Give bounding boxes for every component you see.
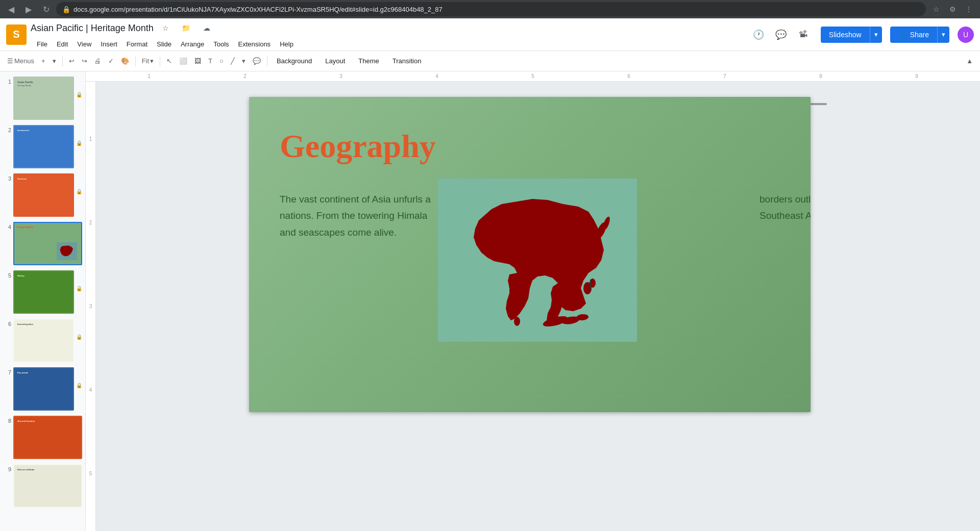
share-button[interactable]: 👤 Share [890, 27, 937, 43]
slide-thumb-5[interactable]: History [13, 270, 74, 314]
menus-button[interactable]: ☰ Menus [4, 54, 37, 68]
menu-extensions[interactable]: Extensions [234, 38, 275, 50]
slide-thumb-3[interactable]: Overview [13, 173, 74, 217]
canvas-area: Geography The vast continent of Asia unf… [96, 82, 980, 531]
select-tool[interactable]: ↖ [163, 54, 175, 68]
slide-thumb-7[interactable]: Key people [13, 367, 74, 411]
menu-view[interactable]: View [73, 38, 95, 50]
slide-canvas-wrapper: 1 2 3 4 5 Geography The vast continent o… [86, 82, 980, 531]
cloud-button[interactable]: ☁ [198, 19, 216, 37]
asia-map-shape [474, 199, 611, 328]
slide-item-2[interactable]: 2 Introduction 🔒 [2, 124, 83, 169]
ruler-left-1: 1 [89, 136, 92, 142]
extensions-button[interactable]: ⚙ [945, 2, 960, 16]
address-bar[interactable]: 🔒 docs.google.com/presentation/d/1nCiUuk… [56, 2, 926, 16]
transition-button[interactable]: Transition [386, 55, 428, 67]
layout-button[interactable]: Layout [319, 55, 351, 67]
slideshow-button[interactable]: Slideshow [821, 27, 870, 43]
slide-thumb-6[interactable]: Interesting facts [13, 319, 74, 362]
folder-button[interactable]: 📁 [177, 19, 195, 37]
slide-thumb-2[interactable]: Introduction [13, 125, 74, 168]
menu-tools[interactable]: Tools [209, 38, 233, 50]
slide-body-text-right[interactable]: borders outlining a tapestry of Southeas… [760, 191, 811, 224]
zoom-dropdown-icon: ▾ [150, 57, 154, 65]
menu-slide[interactable]: Slide [153, 38, 176, 50]
add-dropdown[interactable]: ▾ [50, 54, 59, 68]
refresh-button[interactable]: ↻ [39, 2, 53, 16]
body-text-left-2: nations. From the towering Himala [280, 210, 427, 221]
menu-button[interactable]: ⋮ [962, 2, 976, 16]
slide-nav-dots [811, 103, 827, 105]
slide-item-5[interactable]: 5 History 🔒 [2, 269, 83, 315]
slide-number-3: 3 [3, 175, 11, 182]
bookmark-button[interactable]: ☆ [929, 2, 943, 16]
ruler-mark-6: 6 [627, 73, 630, 79]
shape-tool[interactable]: ○ [216, 54, 227, 68]
select-tool-2[interactable]: ⬜ [176, 54, 190, 68]
add-button[interactable]: + [38, 54, 48, 68]
spellcheck-button[interactable]: ✓ [105, 54, 117, 68]
line-tool[interactable]: ╱ [228, 54, 238, 68]
slide-item-8[interactable]: 8 Arts and literature [2, 415, 83, 460]
menu-icon: ☰ [7, 57, 13, 65]
comments-button[interactable]: 💬 [772, 26, 790, 44]
ruler-left: 1 2 3 4 5 [86, 82, 96, 531]
avatar[interactable]: U [958, 27, 974, 43]
slide-item-4[interactable]: 4 Geography [2, 221, 83, 266]
textbox-tool[interactable]: T [205, 54, 215, 68]
slide-map-container[interactable] [438, 179, 637, 342]
zoom-button[interactable]: Fit ▾ [139, 54, 157, 68]
slide-thumb-1[interactable]: Asian Pacific Heritage Month [13, 77, 74, 120]
body-text-left-3: and seascapes come alive. [280, 227, 397, 238]
line-dropdown[interactable]: ▾ [239, 54, 249, 68]
background-button[interactable]: Background [271, 55, 318, 67]
menu-help[interactable]: Help [276, 38, 298, 50]
menu-insert[interactable]: Insert [96, 38, 121, 50]
menu-file[interactable]: File [33, 38, 52, 50]
slide-number-9: 9 [3, 466, 11, 472]
slide-number-6: 6 [3, 321, 11, 327]
slide-thumb-9[interactable]: How we celebrate [13, 464, 82, 508]
print-button[interactable]: 🖨 [91, 54, 104, 68]
browser-chrome: ◀ ▶ ↻ 🔒 docs.google.com/presentation/d/1… [0, 0, 980, 18]
app-header: S Asian Pacific | Heritage Month ☆ 📁 ☁ F… [0, 18, 980, 51]
paintformat-button[interactable]: 🎨 [118, 54, 132, 68]
menu-format[interactable]: Format [122, 38, 152, 50]
slide-item-7[interactable]: 7 Key people 🔒 [2, 366, 83, 412]
slide-item-3[interactable]: 3 Overview 🔒 [2, 172, 83, 218]
slide-item-1[interactable]: 1 Asian Pacific Heritage Month 🔒 [2, 75, 83, 121]
slideshow-dropdown[interactable]: ▾ [870, 27, 882, 43]
zoom-label: Fit [142, 57, 149, 65]
image-tool[interactable]: 🖼 [191, 54, 204, 68]
slide-item-6[interactable]: 6 Interesting facts 🔒 [2, 318, 83, 363]
back-button[interactable]: ◀ [4, 2, 18, 16]
slide-number-8: 8 [3, 418, 11, 424]
ruler-mark-7: 7 [723, 73, 726, 79]
body-text-right-2: Southeast Asia, mountains, rivers, [760, 210, 811, 221]
slide-3-lock: 🔒 [76, 189, 82, 194]
ruler-mark-9: 9 [915, 73, 918, 79]
slide-body-text-left[interactable]: The vast continent of Asia unfurls a nat… [280, 191, 438, 241]
slide-item-9[interactable]: 9 How we celebrate [2, 463, 83, 509]
star-button[interactable]: ☆ [157, 19, 175, 37]
menu-arrange[interactable]: Arrange [177, 38, 208, 50]
slide-number-1: 1 [3, 79, 11, 85]
history-button[interactable]: 🕐 [749, 26, 768, 44]
lock-icon: 🔒 [62, 6, 70, 13]
slide-canvas[interactable]: Geography The vast continent of Asia unf… [249, 97, 811, 412]
toolbar-collapse[interactable]: ▲ [963, 54, 976, 68]
slide-title[interactable]: Geography [280, 128, 436, 165]
slide-thumb-8[interactable]: Arts and literature [13, 416, 82, 459]
logo-letter: S [13, 29, 19, 40]
menu-edit[interactable]: Edit [53, 38, 72, 50]
share-dropdown[interactable]: ▾ [937, 27, 949, 43]
app-logo: S [6, 24, 27, 45]
app-title-icons: ☆ 📁 ☁ [157, 19, 216, 37]
redo-button[interactable]: ↪ [79, 54, 90, 68]
present-button[interactable]: 📽 [794, 26, 813, 44]
forward-button[interactable]: ▶ [21, 2, 36, 16]
undo-button[interactable]: ↩ [66, 54, 78, 68]
theme-button[interactable]: Theme [352, 55, 385, 67]
comment-tool[interactable]: 💬 [250, 54, 264, 68]
slide-thumb-4[interactable]: Geography [13, 222, 82, 265]
